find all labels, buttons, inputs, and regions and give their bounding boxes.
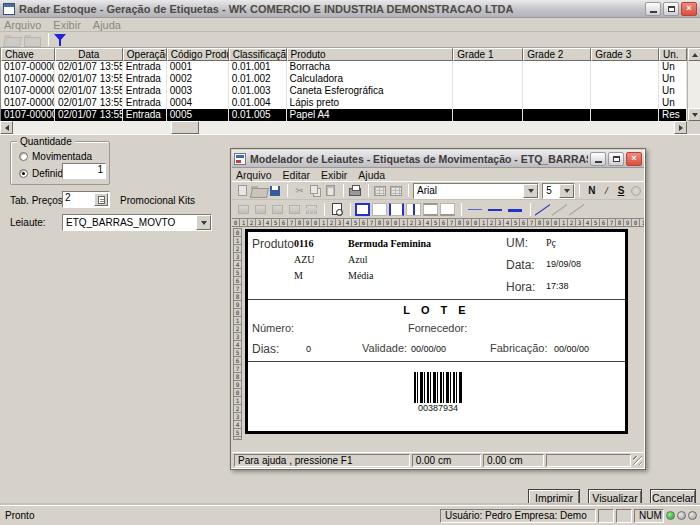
menu-item-exibir[interactable]: Exibir	[321, 169, 347, 181]
validade-value[interactable]: 00/00/00	[411, 344, 446, 354]
barcode[interactable]	[414, 372, 462, 403]
produto-desc[interactable]: Bermuda Feminina	[348, 238, 431, 249]
table-cell[interactable]: 02/01/07 13:55	[55, 85, 123, 97]
table-cell[interactable]: 0107-000001	[1, 61, 55, 73]
column-header[interactable]: Chave	[1, 48, 55, 61]
border-middle-icon[interactable]	[406, 203, 421, 216]
table-cell[interactable]	[523, 73, 591, 85]
table-row[interactable]: 0107-00000102/01/07 13:55Entrada00010.01…	[1, 61, 687, 73]
column-header[interactable]: Código Produto	[167, 48, 229, 61]
table-cell[interactable]: Entrada	[123, 109, 167, 121]
line-thin-icon[interactable]	[466, 203, 484, 216]
menu-item-ajuda[interactable]: Ajuda	[358, 169, 385, 181]
filter-icon[interactable]	[53, 33, 68, 47]
table-cell[interactable]: Un	[659, 85, 687, 97]
border-bottom-icon[interactable]	[440, 203, 455, 216]
border-full-icon[interactable]	[355, 203, 370, 216]
select-area-icon[interactable]	[303, 202, 319, 217]
border-left-right-icon[interactable]	[389, 203, 404, 216]
um-value[interactable]: Pç	[546, 237, 556, 248]
table-cell[interactable]	[591, 61, 659, 73]
menu-item-arquivo[interactable]: Arquivo	[236, 169, 272, 181]
table-cell[interactable]: Un	[659, 97, 687, 109]
hora-value[interactable]: 17:38	[546, 281, 569, 291]
table-cell[interactable]: 0003	[167, 85, 229, 97]
grade2-desc[interactable]: Média	[348, 270, 374, 281]
grade1-desc[interactable]: Azul	[348, 254, 367, 265]
table-cell[interactable]: 0.01.003	[229, 85, 287, 97]
menu-item-exibir[interactable]: Exibir	[53, 19, 81, 31]
radio-definida-circle[interactable]	[19, 169, 28, 178]
table-cell[interactable]: 02/01/07 13:55	[55, 97, 123, 109]
table-cell[interactable]	[523, 97, 591, 109]
table-cell[interactable]: 0.01.005	[229, 109, 287, 121]
font-size-dropdown-button[interactable]	[559, 184, 574, 198]
diagonal-line-icon[interactable]	[535, 203, 550, 216]
menu-item-editar[interactable]: Editar	[283, 169, 310, 181]
grade1-code[interactable]: AZU	[294, 254, 315, 265]
table-cell[interactable]	[523, 109, 591, 121]
grid-edit-icon[interactable]	[388, 183, 403, 198]
folder-icon[interactable]	[24, 33, 40, 46]
table-row[interactable]: 0107-00000202/01/07 13:55Entrada00020.01…	[1, 73, 687, 85]
table-cell[interactable]: 0005	[167, 109, 229, 121]
leiaute-dropdown[interactable]: ETQ_BARRAS_MOVTO	[62, 214, 212, 231]
menu-item-ajuda[interactable]: Ajuda	[93, 19, 121, 31]
column-header[interactable]: Grade 3	[591, 48, 659, 61]
restore-button[interactable]	[663, 2, 679, 16]
table-cell[interactable]	[591, 109, 659, 121]
paste-icon[interactable]	[324, 183, 339, 198]
table-cell[interactable]	[523, 85, 591, 97]
table-cell[interactable]	[591, 97, 659, 109]
table-cell[interactable]: Entrada	[123, 61, 167, 73]
label-canvas[interactable]: Produto 0116 Bermuda Feminina AZU Azul M…	[245, 229, 628, 434]
table-cell[interactable]: 0107-000005	[1, 109, 55, 121]
grid-settings-icon[interactable]	[373, 183, 388, 198]
copy-icon[interactable]	[308, 183, 323, 198]
table-cell[interactable]	[453, 97, 523, 109]
vertical-scrollbar[interactable]	[687, 48, 700, 121]
color-brush-icon[interactable]	[628, 183, 643, 198]
radio-movimentada-circle[interactable]	[19, 152, 28, 161]
table-cell[interactable]: Un	[659, 61, 687, 73]
italic-button[interactable]: /	[599, 183, 614, 198]
column-header[interactable]: Grade 2	[523, 48, 591, 61]
line-thick-icon[interactable]	[506, 203, 524, 216]
table-cell[interactable]	[453, 109, 523, 121]
table-cell[interactable]: Entrada	[123, 97, 167, 109]
scroll-right-button[interactable]	[674, 121, 687, 134]
table-cell[interactable]: 02/01/07 13:55	[55, 61, 123, 73]
menu-item-arquivo[interactable]: Arquivo	[4, 19, 41, 31]
table-cell[interactable]	[591, 73, 659, 85]
dialog-maximize-button[interactable]	[608, 152, 624, 166]
align-bottom-icon[interactable]	[286, 202, 302, 217]
border-none-icon[interactable]	[372, 203, 387, 216]
dialog-minimize-button[interactable]	[590, 152, 606, 166]
font-size-dropdown[interactable]: 5	[542, 183, 575, 199]
new-icon[interactable]	[235, 183, 250, 198]
table-cell[interactable]: 0107-000004	[1, 97, 55, 109]
dias-value[interactable]: 0	[306, 344, 311, 354]
table-cell[interactable]: 02/01/07 13:55	[55, 73, 123, 85]
cut-icon[interactable]: ✂	[292, 183, 307, 198]
data-value[interactable]: 19/09/08	[546, 259, 581, 269]
align-right-icon[interactable]	[252, 202, 268, 217]
diagonal-line-3-icon[interactable]	[569, 203, 584, 216]
scroll-up-button[interactable]	[688, 48, 700, 61]
underline-button[interactable]: S	[614, 183, 629, 198]
table-cell[interactable]: 0004	[167, 97, 229, 109]
table-cell[interactable]: 0002	[167, 73, 229, 85]
table-cell[interactable]: 0.01.001	[229, 61, 287, 73]
open-folder-icon[interactable]	[4, 33, 20, 46]
table-cell[interactable]: Res	[659, 109, 687, 121]
table-cell[interactable]	[453, 85, 523, 97]
table-row[interactable]: 0107-00000402/01/07 13:55Entrada00040.01…	[1, 97, 687, 109]
horizontal-scrollbar[interactable]	[0, 121, 687, 134]
produto-code[interactable]: 0116	[294, 238, 313, 249]
tab-precos-lookup-button[interactable]	[94, 193, 108, 206]
table-cell[interactable]: 0.01.002	[229, 73, 287, 85]
close-button[interactable]: ×	[681, 2, 697, 16]
table-cell[interactable]	[453, 73, 523, 85]
quantidade-definida-input[interactable]: 1	[62, 163, 106, 179]
table-cell[interactable]: Entrada	[123, 73, 167, 85]
